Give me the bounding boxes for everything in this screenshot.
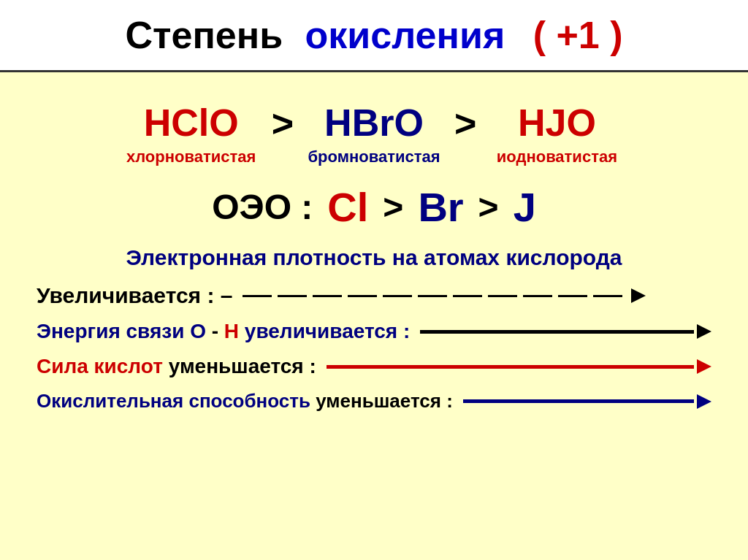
oxidation-row: Окислительная способность уменьшается : [29, 390, 719, 413]
header-black: Степень [125, 14, 283, 56]
acid-hclo-formula: HClO [144, 102, 239, 144]
increases-row: Увеличивается : – [29, 283, 719, 308]
oxidation-arrow-container [463, 394, 711, 409]
header: Степень окисления ( +1 ) [0, 0, 748, 72]
sila-bold: Сила кислот [37, 355, 163, 377]
header-title: Степень окисления ( +1 ) [125, 14, 622, 56]
gt-1: > [272, 101, 294, 167]
dash-7 [453, 295, 482, 297]
dash-2 [278, 295, 307, 297]
oeo-br: Br [418, 183, 463, 231]
sila-arrow-container [327, 359, 711, 374]
dash-11 [593, 295, 622, 297]
dash-4 [348, 295, 377, 297]
acid-hbro: HBrO бромноватистая [301, 102, 447, 166]
electron-density: Электронная плотность на атомах кислород… [29, 245, 719, 270]
dash-8 [488, 295, 517, 297]
energy-dash-sep: - [206, 320, 224, 342]
header-blue: окисления [305, 14, 505, 56]
sila-rest: уменьшается : [163, 355, 316, 377]
dash-10 [558, 295, 587, 297]
sila-arrow [697, 359, 711, 374]
oeo-row: ОЭО : Cl > Br > J [29, 183, 719, 231]
energy-rest: увеличивается : [239, 320, 410, 342]
energy-label-part1: Энергия связи [37, 320, 190, 342]
energy-arrow [697, 324, 711, 339]
oxidation-line [463, 399, 694, 403]
dash-9 [523, 295, 552, 297]
dashes-line [243, 288, 711, 303]
oxidation-bold: Окислительная способность [37, 390, 310, 412]
gt-2: > [454, 101, 476, 167]
sila-row: Сила кислот уменьшается : [29, 355, 719, 378]
dash-1 [243, 295, 272, 297]
acid-hclo: HClO хлорноватистая [118, 102, 264, 166]
dashes-arrow [631, 288, 646, 303]
dash-6 [418, 295, 447, 297]
dash-3 [313, 295, 342, 297]
dash-5 [383, 295, 412, 297]
oeo-label: ОЭО : [212, 187, 313, 227]
acid-hjo-name: иодноватистая [497, 147, 617, 166]
oxidation-label: Окислительная способность уменьшается : [37, 390, 453, 413]
acid-hjo-formula: HJO [518, 102, 596, 144]
sila-line [327, 365, 694, 369]
oeo-gt-1: > [383, 187, 403, 227]
increases-label: Увеличивается : – [37, 283, 232, 308]
acid-hjo: HJO иодноватистая [484, 102, 630, 166]
energy-arrow-container [420, 324, 711, 339]
oeo-j: J [514, 183, 536, 231]
oxidation-rest: уменьшается : [310, 390, 453, 412]
acids-row: HClO хлорноватистая > HBrO бромноватиста… [29, 101, 719, 167]
oxidation-arrow [697, 394, 711, 409]
oeo-gt-2: > [478, 187, 499, 227]
header-red: ( +1 ) [533, 14, 623, 56]
acid-hbro-name: бромноватистая [308, 147, 440, 166]
energy-line [420, 330, 694, 334]
energy-row: Энергия связи О - Н увеличивается : [29, 320, 719, 343]
oeo-cl: Cl [327, 183, 368, 231]
main-content: HClO хлорноватистая > HBrO бромноватиста… [0, 72, 748, 427]
electron-density-bold: Электронная плотность [126, 245, 386, 269]
acid-hbro-formula: HBrO [324, 102, 424, 144]
electron-density-rest: на атомах кислорода [386, 245, 622, 269]
energy-o: О [190, 320, 206, 342]
acid-hclo-name: хлорноватистая [126, 147, 256, 166]
energy-label: Энергия связи О - Н увеличивается : [37, 320, 410, 343]
sila-label: Сила кислот уменьшается : [37, 355, 316, 378]
energy-h: Н [224, 320, 239, 342]
